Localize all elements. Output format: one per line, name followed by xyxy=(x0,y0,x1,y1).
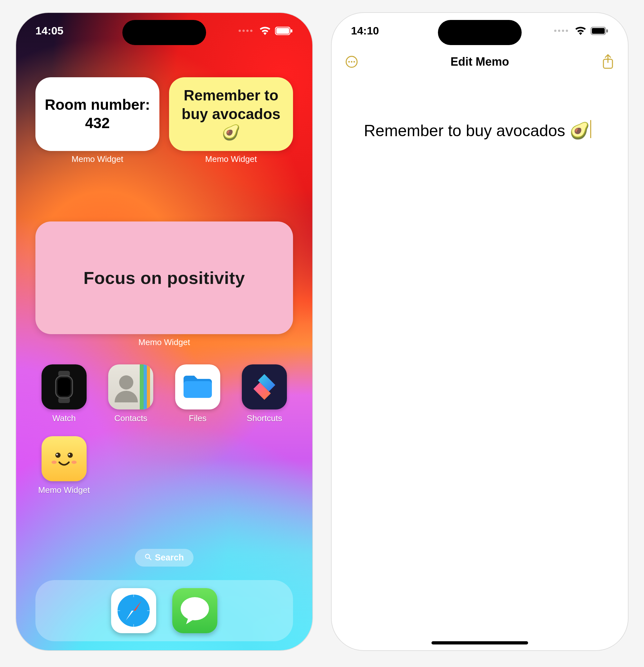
edit-memo-screen: 14:10 Edit Memo Remember to buy avocados… xyxy=(332,13,628,650)
svg-point-14 xyxy=(56,454,58,456)
memo-widget-text: Remember to buy avocados 🥑 xyxy=(178,86,284,142)
app-shortcuts[interactable]: Shortcuts xyxy=(236,364,293,423)
status-time: 14:10 xyxy=(351,25,379,37)
text-cursor xyxy=(590,120,591,138)
svg-point-15 xyxy=(68,454,70,456)
memo-widget-positivity[interactable]: Focus on positivity xyxy=(35,222,293,334)
memo-widget-avocados[interactable]: Remember to buy avocados 🥑 xyxy=(169,77,293,151)
home-screen: 14:05 Room number: 432 Memo Widget Remem… xyxy=(16,13,312,650)
svg-rect-9 xyxy=(140,364,144,409)
svg-point-28 xyxy=(181,597,209,620)
page-dots-icon xyxy=(554,30,568,32)
app-label: Memo Widget xyxy=(38,485,90,495)
app-memo-widget[interactable]: Memo Widget xyxy=(35,436,93,495)
widget-label: Memo Widget xyxy=(35,154,159,164)
memo-widget-text: Room number: 432 xyxy=(45,96,150,133)
files-icon xyxy=(175,364,220,409)
app-messages[interactable] xyxy=(172,588,218,633)
memo-widget-text: Focus on positivity xyxy=(83,268,245,288)
memo-widget-room[interactable]: Room number: 432 xyxy=(35,77,159,151)
svg-line-19 xyxy=(149,558,151,560)
shortcuts-icon xyxy=(242,364,287,409)
app-contacts[interactable]: Contacts xyxy=(102,364,160,423)
watch-icon xyxy=(42,364,86,409)
status-time: 14:05 xyxy=(35,25,63,37)
memo-text-input[interactable]: Remember to buy avocados 🥑 xyxy=(364,119,596,143)
svg-rect-6 xyxy=(58,378,70,396)
battery-icon xyxy=(591,27,609,35)
more-options-button[interactable] xyxy=(344,55,359,69)
nav-title: Edit Memo xyxy=(450,55,509,68)
app-label: Contacts xyxy=(114,413,147,423)
memo-widget-app-icon xyxy=(42,436,86,481)
memo-text-content: Remember to buy avocados 🥑 xyxy=(364,122,590,140)
page-dots-icon xyxy=(239,30,253,32)
svg-point-17 xyxy=(71,461,77,464)
share-button[interactable] xyxy=(601,55,615,69)
app-watch[interactable]: Watch xyxy=(35,364,93,423)
dynamic-island xyxy=(438,20,522,45)
svg-rect-2 xyxy=(291,29,292,33)
nav-bar: Edit Memo xyxy=(332,55,628,69)
svg-point-13 xyxy=(68,453,73,458)
contacts-icon xyxy=(108,364,153,409)
svg-rect-11 xyxy=(183,381,212,398)
dock xyxy=(35,580,293,641)
app-label: Shortcuts xyxy=(247,413,282,423)
dynamic-island xyxy=(122,20,206,45)
search-icon xyxy=(145,553,152,563)
wifi-icon xyxy=(575,27,586,35)
app-label: Watch xyxy=(52,413,76,423)
svg-rect-31 xyxy=(606,29,608,33)
svg-point-35 xyxy=(354,61,355,63)
app-label: Files xyxy=(189,413,206,423)
svg-point-16 xyxy=(51,461,57,464)
app-grid: Watch Contacts Files Shortcuts Memo Widg… xyxy=(35,364,293,495)
home-indicator[interactable] xyxy=(432,641,528,645)
widget-label: Memo Widget xyxy=(35,337,293,347)
search-label: Search xyxy=(155,553,184,563)
spotlight-search[interactable]: Search xyxy=(135,549,194,567)
svg-point-12 xyxy=(55,453,61,458)
svg-point-34 xyxy=(351,61,353,63)
svg-rect-1 xyxy=(276,28,289,34)
widget-label: Memo Widget xyxy=(169,154,293,164)
battery-icon xyxy=(275,27,293,35)
svg-rect-30 xyxy=(592,28,605,34)
app-safari[interactable] xyxy=(111,588,156,633)
svg-point-33 xyxy=(349,61,350,63)
wifi-icon xyxy=(259,27,271,35)
app-files[interactable]: Files xyxy=(169,364,226,423)
svg-point-10 xyxy=(119,375,133,390)
